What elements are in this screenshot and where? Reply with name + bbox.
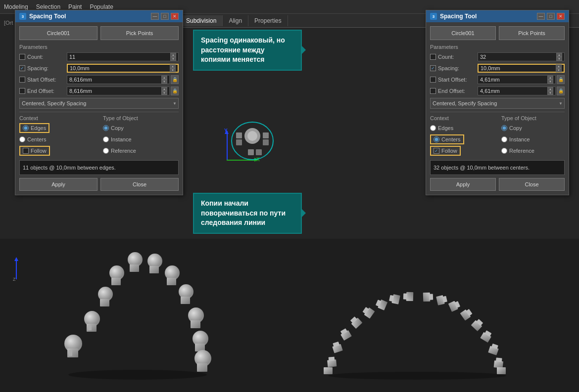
centers-row-right: Centers xyxy=(430,134,493,144)
dialog-left-close[interactable]: ✕ xyxy=(171,13,179,20)
dialog-right-restore[interactable]: □ xyxy=(547,13,555,20)
dialog-left-restore[interactable]: □ xyxy=(161,13,169,20)
end-offset-value-right[interactable]: 4,61mm ▲ ▼ xyxy=(478,87,556,95)
dialog-right-close[interactable]: ✕ xyxy=(557,13,565,20)
reference-label-right: Reference xyxy=(509,148,534,154)
dialog-right-icon: 3 xyxy=(430,13,437,20)
svg-rect-19 xyxy=(111,278,121,285)
end-offset-up-left[interactable]: ▲ xyxy=(161,87,167,91)
end-offset-down-left[interactable]: ▼ xyxy=(161,91,167,95)
start-offset-up-left[interactable]: ▲ xyxy=(161,76,167,80)
callout-top-text: Spacing одинаковый, но расстояние между … xyxy=(201,36,285,63)
centers-radio-left[interactable] xyxy=(19,136,25,142)
arch-right xyxy=(306,251,529,380)
copy-radio-right[interactable] xyxy=(501,125,507,131)
end-offset-spinner-left[interactable]: ▲ ▼ xyxy=(161,87,167,95)
count-up-left[interactable]: ▲ xyxy=(170,53,176,57)
end-offset-lock-right[interactable]: 🔒 xyxy=(557,87,565,95)
spacing-down-right[interactable]: ▼ xyxy=(556,68,562,72)
edges-row-left: Edges xyxy=(19,123,95,133)
count-spinner-right[interactable]: ▲ ▼ xyxy=(556,53,562,61)
start-offset-value-left[interactable]: 8,616mm ▲ ▼ xyxy=(67,75,170,84)
tab-properties[interactable]: Properties xyxy=(248,15,288,26)
count-down-left[interactable]: ▼ xyxy=(170,57,176,61)
start-offset-lock-right[interactable]: 🔒 xyxy=(557,75,565,84)
start-offset-spinner-left[interactable]: ▲ ▼ xyxy=(161,76,167,84)
start-offset-down-right[interactable]: ▼ xyxy=(547,80,553,84)
count-value-right[interactable]: 32 ▲ ▼ xyxy=(478,52,565,61)
centers-radio-right[interactable] xyxy=(434,136,439,142)
context-header-right: Context xyxy=(430,115,493,121)
spacing-checkbox-left[interactable]: ✓ xyxy=(19,65,25,71)
spacing-spinner-left[interactable]: ▲ ▼ xyxy=(170,64,176,72)
end-offset-value-left[interactable]: 8,616mm ▲ ▼ xyxy=(67,87,170,95)
reference-radio-left[interactable] xyxy=(103,148,109,154)
count-down-right[interactable]: ▼ xyxy=(556,57,562,61)
svg-text:Z: Z xyxy=(13,277,16,282)
start-offset-down-left[interactable]: ▼ xyxy=(161,80,167,84)
tab-align[interactable]: Align xyxy=(223,15,248,26)
end-offset-down-right[interactable]: ▼ xyxy=(547,91,553,95)
spacing-value-right[interactable]: 10,0mm ▲ ▼ xyxy=(478,64,565,73)
circle-btn-left[interactable]: Circle001 xyxy=(19,26,97,40)
spacing-up-right[interactable]: ▲ xyxy=(556,64,562,68)
follow-checkbox-left[interactable] xyxy=(23,148,29,154)
menu-modeling[interactable]: Modeling xyxy=(4,3,28,10)
count-up-right[interactable]: ▲ xyxy=(556,53,562,57)
start-offset-checkbox-right[interactable] xyxy=(430,77,436,83)
circle-btn-right[interactable]: Circle001 xyxy=(430,26,496,40)
menu-populate[interactable]: Populate xyxy=(90,3,113,10)
copy-label-right: Copy xyxy=(509,125,522,131)
end-offset-spinner-right[interactable]: ▲ ▼ xyxy=(547,87,553,95)
svg-rect-25 xyxy=(167,278,176,285)
apply-btn-right[interactable]: Apply xyxy=(430,178,496,191)
start-offset-up-right[interactable]: ▲ xyxy=(547,76,553,80)
reference-radio-right[interactable] xyxy=(501,148,507,154)
dropdown-left[interactable]: Centered, Specify Spacing xyxy=(19,98,179,109)
count-spinner-left[interactable]: ▲ ▼ xyxy=(170,53,176,61)
count-value-left[interactable]: 11 ▲ ▼ xyxy=(67,52,179,61)
edges-radio-right[interactable] xyxy=(430,125,436,131)
dialog-left-minimize[interactable]: — xyxy=(151,13,159,20)
spacing-spinner-right[interactable]: ▲ ▼ xyxy=(556,64,562,72)
edges-highlight-left: Edges xyxy=(19,123,49,133)
menu-selection[interactable]: Selection xyxy=(36,3,60,10)
start-offset-value-right[interactable]: 4,61mm ▲ ▼ xyxy=(478,75,556,84)
start-offset-spinner-right[interactable]: ▲ ▼ xyxy=(547,76,553,84)
end-offset-up-right[interactable]: ▲ xyxy=(547,87,553,91)
spacing-row-right: ✓ Spacing: 10,0mm ▲ ▼ xyxy=(430,63,565,73)
dialog-right-minimize[interactable]: — xyxy=(537,13,545,20)
edges-radio-left[interactable] xyxy=(23,125,29,131)
end-offset-label-left: End Offset: xyxy=(27,88,67,94)
follow-checkbox-right[interactable]: ✓ xyxy=(434,148,439,154)
menu-paint[interactable]: Paint xyxy=(68,3,82,10)
count-checkbox-left[interactable] xyxy=(19,54,25,60)
start-offset-row-left: Start Offset: 8,616mm ▲ ▼ 🔒 xyxy=(19,75,179,85)
spacing-down-left[interactable]: ▼ xyxy=(170,68,176,72)
end-offset-checkbox-left[interactable] xyxy=(19,88,25,94)
follow-label-right: Follow xyxy=(441,148,457,154)
spacing-value-left[interactable]: 10,0mm ▲ ▼ xyxy=(67,64,179,73)
spacing-checkbox-right[interactable]: ✓ xyxy=(430,65,436,71)
count-checkbox-right[interactable] xyxy=(430,54,436,60)
instance-radio-left[interactable] xyxy=(103,136,109,142)
copy-radio-left[interactable] xyxy=(103,125,109,131)
end-offset-lock-left[interactable]: 🔒 xyxy=(171,87,179,95)
end-offset-checkbox-right[interactable] xyxy=(430,88,436,94)
apply-btn-left[interactable]: Apply xyxy=(19,178,97,191)
instance-radio-right[interactable] xyxy=(501,136,507,142)
pick-btn-left[interactable]: Pick Points xyxy=(100,26,179,40)
dialog-left-footer: Apply Close xyxy=(19,178,179,191)
svg-rect-66 xyxy=(495,357,502,362)
dialog-left: 3 Spacing Tool — □ ✕ Circle001 Pick Poin… xyxy=(15,10,183,195)
status-text-left: 11 objects @ 10,0mm between edges. xyxy=(19,160,179,175)
pick-btn-right[interactable]: Pick Points xyxy=(499,26,565,40)
tab-subdivision[interactable]: Subdivision xyxy=(180,15,223,26)
start-offset-label-right: Start Offset: xyxy=(438,77,478,83)
spacing-up-left[interactable]: ▲ xyxy=(170,64,176,68)
start-offset-lock-left[interactable]: 🔒 xyxy=(171,75,179,84)
dropdown-right[interactable]: Centered, Specify Spacing xyxy=(430,98,565,109)
start-offset-checkbox-left[interactable] xyxy=(19,77,25,83)
close-btn-left[interactable]: Close xyxy=(100,178,179,191)
close-btn-right[interactable]: Close xyxy=(499,178,565,191)
